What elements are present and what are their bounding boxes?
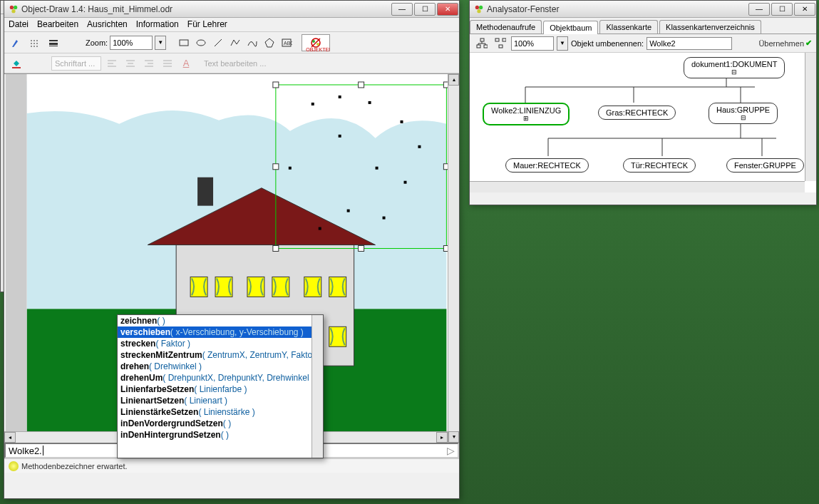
method-item[interactable]: LinienfarbeSetzen( Linienfarbe ) <box>118 384 323 395</box>
tab-methodenaufrufe[interactable]: Methodenaufrufe <box>470 20 542 34</box>
svg-rect-66 <box>347 210 350 212</box>
svg-rect-7 <box>49 43 58 45</box>
svg-point-17 <box>312 40 315 43</box>
analyzer-titlebar[interactable]: Analysator-Fenster — ☐ ✕ <box>470 1 816 18</box>
vscroll[interactable]: ▴▾ <box>448 74 459 443</box>
node-haus[interactable]: Haus:GRUPPE⊟ <box>709 103 778 124</box>
method-item[interactable]: LinienstärkeSetzen( Linienstärke ) <box>118 406 323 418</box>
menu-datei[interactable]: Datei <box>9 19 29 30</box>
line-tool[interactable] <box>210 35 226 51</box>
close-button[interactable]: ✕ <box>437 3 458 16</box>
node-dokument[interactable]: dokument1:DOKUMENT⊟ <box>684 57 785 78</box>
check-icon: ✔ <box>805 38 812 48</box>
tabs: Methodenaufrufe Objektbaum Klassenkarte … <box>470 18 816 34</box>
method-item[interactable]: streckenMitZentrum( ZentrumX, ZentrumY, … <box>118 349 323 361</box>
polyline-tool[interactable] <box>227 35 243 51</box>
lines-icon[interactable] <box>46 35 61 51</box>
statusbar: Methodenbezeichner erwartet. <box>4 458 459 473</box>
close-button[interactable]: ✕ <box>794 3 815 16</box>
method-item[interactable]: verschieben( x-Verschiebung, y-Verschieb… <box>118 326 323 338</box>
popup-scroll[interactable] <box>311 315 323 458</box>
curve-tool[interactable] <box>244 35 260 51</box>
method-item[interactable]: inDenVordergrundSetzen( ) <box>118 418 323 429</box>
zoom-select[interactable]: 100% <box>110 36 153 50</box>
method-item[interactable]: inDenHintergrundSetzen( ) <box>118 429 323 441</box>
main-titlebar[interactable]: Object-Draw 1.4: Haus_mit_Himmel.odr — ☐… <box>4 1 459 18</box>
zoom-dropdown[interactable]: ▼ <box>155 36 166 50</box>
svg-rect-55 <box>359 246 364 252</box>
brush-icon[interactable] <box>9 35 24 51</box>
objekte-label: OBJEKTE! <box>306 47 330 52</box>
svg-rect-61 <box>401 120 403 123</box>
tab-objektbaum[interactable]: Objektbaum <box>543 21 598 34</box>
tree2-icon[interactable] <box>493 36 508 51</box>
maximize-button[interactable]: ☐ <box>414 3 436 16</box>
fill-icon[interactable] <box>9 56 24 71</box>
svg-rect-74 <box>477 45 480 48</box>
svg-rect-80 <box>495 38 499 41</box>
tree-icon[interactable] <box>474 36 490 51</box>
text-tool[interactable]: ABC <box>279 35 294 51</box>
svg-rect-60 <box>369 101 371 104</box>
svg-rect-54 <box>273 246 279 252</box>
svg-rect-64 <box>376 167 378 170</box>
tab-klassenkartenverzeichnis[interactable]: Klassenkartenverzeichnis <box>659 20 761 34</box>
method-item[interactable]: drehen( Drehwinkel ) <box>118 361 323 372</box>
minimize-button[interactable]: — <box>391 3 413 16</box>
node-gras[interactable]: Gras:RECHTECK <box>598 106 676 120</box>
execute-icon[interactable]: ▷ <box>447 445 455 456</box>
node-fenster[interactable]: Fenster:GRUPPE <box>726 158 804 173</box>
polygon-tool[interactable] <box>262 35 277 51</box>
svg-rect-50 <box>359 82 364 88</box>
tree-zoom-dd[interactable]: ▼ <box>557 36 568 51</box>
menu-ausrichten[interactable]: Ausrichten <box>87 19 128 30</box>
svg-point-10 <box>197 40 205 46</box>
menu-lehrer[interactable]: Für Lehrer <box>187 19 227 30</box>
svg-point-72 <box>477 9 480 13</box>
status-text: Methodenbezeichner erwartet. <box>21 462 128 470</box>
text-cursor <box>43 446 43 456</box>
analyzer-title: Analysator-Fenster <box>487 4 748 14</box>
method-item[interactable]: drehenUm( DrehpunktX, DrehpunktY, Drehwi… <box>118 372 323 384</box>
method-item[interactable]: LinienartSetzen( Linienart ) <box>118 395 323 406</box>
menubar: Datei Bearbeiten Ausrichten Information … <box>4 18 459 32</box>
object-tree[interactable]: dokument1:DOKUMENT⊟ Wolke2:LINIENZUG⊞ Gr… <box>470 53 816 192</box>
maximize-button[interactable]: ☐ <box>771 3 793 16</box>
node-wolke2[interactable]: Wolke2:LINIENZUG⊞ <box>483 103 570 125</box>
rect-tool[interactable] <box>176 35 192 51</box>
tree-hscroll[interactable] <box>470 181 805 192</box>
minimize-button[interactable]: — <box>748 3 770 16</box>
dash-icon[interactable] <box>27 35 43 51</box>
svg-point-18 <box>316 43 319 46</box>
svg-point-2 <box>11 9 15 13</box>
method-popup[interactable]: zeichnen( )verschieben( x-Verschiebung, … <box>117 314 324 458</box>
rename-bar: 100% ▼ Objekt umbenennen: Wolke2 Überneh… <box>470 34 816 53</box>
zoom-label: Zoom: <box>86 38 108 47</box>
svg-text:ABC: ABC <box>284 41 292 46</box>
node-tuer[interactable]: Tür:RECHTECK <box>623 158 696 173</box>
svg-rect-6 <box>49 40 58 41</box>
main-window: Object-Draw 1.4: Haus_mit_Himmel.odr — ☐… <box>4 0 460 499</box>
svg-point-1 <box>14 5 17 9</box>
method-item[interactable]: strecken( Faktor ) <box>118 338 323 349</box>
menu-bearbeiten[interactable]: Bearbeiten <box>37 19 78 30</box>
ellipse-tool[interactable] <box>193 35 209 51</box>
rename-input[interactable]: Wolke2 <box>647 37 732 50</box>
svg-rect-58 <box>311 103 314 106</box>
bulb-icon <box>9 461 19 471</box>
node-mauer[interactable]: Mauer:RECHTECK <box>505 158 589 173</box>
menu-information[interactable]: Information <box>136 19 179 30</box>
tree-zoom[interactable]: 100% <box>511 36 554 51</box>
svg-rect-73 <box>480 38 484 41</box>
font-select[interactable]: Schriftart ... <box>51 56 101 71</box>
svg-rect-57 <box>289 167 292 170</box>
analyzer-window: Analysator-Fenster — ☐ ✕ Methodenaufrufe… <box>469 0 817 205</box>
main-title: Object-Draw 1.4: Haus_mit_Himmel.odr <box>21 4 391 14</box>
main-toolbar: Zoom: 100% ▼ ABC OBJEKTE! <box>4 32 459 53</box>
tree-vscroll[interactable] <box>805 53 816 181</box>
apply-button[interactable]: Übernehmen✔ <box>758 38 812 48</box>
tab-klassenkarte[interactable]: Klassenkarte <box>599 20 658 34</box>
svg-rect-62 <box>418 145 421 148</box>
svg-rect-19 <box>12 67 21 68</box>
method-item[interactable]: zeichnen( ) <box>118 315 323 326</box>
